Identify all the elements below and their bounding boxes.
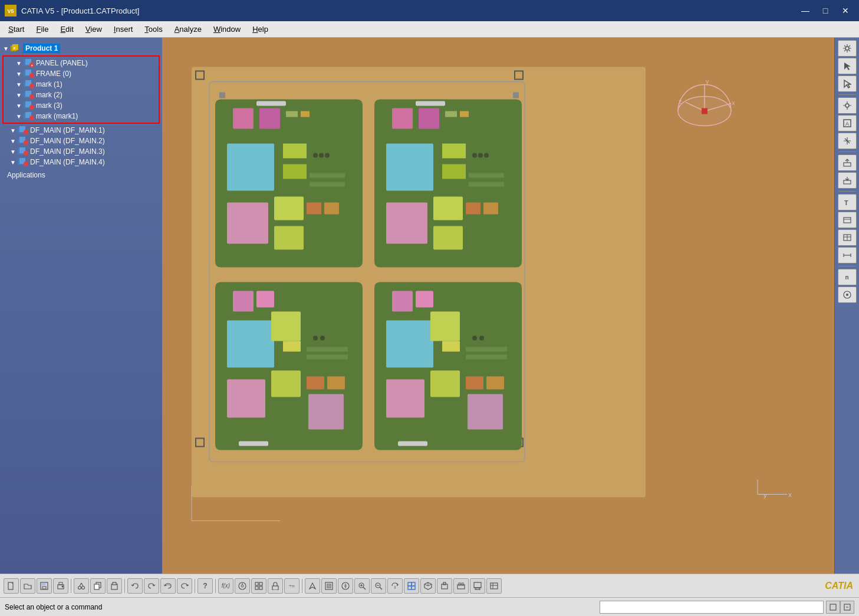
- grid-btn[interactable]: [251, 578, 266, 594]
- extra-btn[interactable]: n: [838, 269, 857, 285]
- expand-mark2-icon: ▼: [15, 91, 22, 98]
- import-btn[interactable]: [838, 154, 857, 171]
- menu-help[interactable]: Help: [246, 22, 274, 36]
- svg-rect-109: [398, 442, 427, 446]
- table-btn[interactable]: [838, 229, 857, 246]
- svg-rect-107: [466, 347, 507, 352]
- cursor2-btn[interactable]: [838, 75, 857, 92]
- cut-btn[interactable]: [74, 578, 89, 594]
- zoom-in-btn[interactable]: [354, 578, 370, 594]
- svg-rect-165: [255, 587, 258, 589]
- menu-analyze[interactable]: Analyze: [169, 22, 208, 36]
- minimize-button[interactable]: —: [797, 4, 814, 18]
- lock-btn[interactable]: [268, 578, 283, 594]
- svg-rect-63: [307, 203, 321, 215]
- svg-point-76: [478, 153, 483, 158]
- menu-view[interactable]: View: [80, 22, 108, 36]
- svg-point-128: [845, 47, 849, 50]
- dimension-btn[interactable]: [838, 247, 857, 263]
- svg-rect-48: [259, 108, 280, 129]
- svg-rect-70: [442, 144, 466, 159]
- settings2-btn[interactable]: [838, 97, 857, 114]
- svg-rect-49: [286, 111, 298, 117]
- tree-root[interactable]: ▼ P Product 1: [0, 42, 162, 54]
- fly-btn[interactable]: [305, 578, 320, 594]
- measure-btn[interactable]: [235, 578, 250, 594]
- text-btn[interactable]: T: [838, 194, 857, 210]
- open-btn[interactable]: [20, 578, 35, 594]
- status-btn1[interactable]: [826, 601, 840, 614]
- svg-text:T: T: [844, 199, 848, 206]
- annotation-btn[interactable]: A: [838, 115, 857, 131]
- menu-tools[interactable]: Tools: [139, 22, 168, 36]
- svg-rect-92: [307, 347, 348, 352]
- svg-rect-85: [227, 380, 265, 418]
- zoom-out-btn[interactable]: [371, 578, 386, 594]
- cube-btn[interactable]: [420, 578, 436, 594]
- undo-btn[interactable]: [127, 578, 143, 594]
- menu-edit[interactable]: Edit: [54, 22, 79, 36]
- tree-dfmain1[interactable]: ▼ DF_MAIN (DF_MAIN.1): [0, 125, 162, 136]
- undo2-btn[interactable]: [160, 578, 176, 594]
- transform-btn[interactable]: [838, 133, 857, 149]
- rotate-btn[interactable]: [387, 578, 403, 594]
- tree-applications[interactable]: Applications: [0, 170, 162, 180]
- new-btn[interactable]: [4, 578, 19, 594]
- status-btn2[interactable]: [840, 601, 854, 614]
- center-btn[interactable]: [321, 578, 337, 594]
- part-btn[interactable]: [437, 578, 452, 594]
- multi-btn[interactable]: [404, 578, 419, 594]
- expand-markmk1-icon: ▼: [15, 113, 22, 120]
- status-text: Select an object or a command: [5, 603, 600, 611]
- svg-rect-182: [408, 586, 412, 589]
- tree-dfmain2[interactable]: ▼ DF_MAIN (DF_MAIN.2): [0, 136, 162, 146]
- tree-dfmain4[interactable]: ▼ DF_MAIN (DF_MAIN.4): [0, 157, 162, 167]
- menu-start[interactable]: Start: [2, 22, 30, 36]
- save-btn[interactable]: [37, 578, 52, 594]
- menu-insert[interactable]: Insert: [108, 22, 139, 36]
- svg-rect-60: [310, 173, 345, 178]
- svg-rect-192: [474, 582, 481, 588]
- close-button[interactable]: ✕: [837, 4, 854, 18]
- svg-rect-52: [283, 144, 307, 159]
- svg-rect-101: [430, 312, 460, 341]
- compass-btn[interactable]: [338, 578, 353, 594]
- frame-icon: [24, 70, 34, 78]
- workbench-btn[interactable]: [453, 578, 469, 594]
- settings-btn[interactable]: [838, 40, 857, 57]
- redo-btn[interactable]: [144, 578, 159, 594]
- calc-btn[interactable]: ÷=: [284, 578, 300, 594]
- tree-dfmain3[interactable]: ▼ DF_MAIN (DF_MAIN.3): [0, 146, 162, 157]
- cursor-btn[interactable]: [838, 58, 857, 74]
- tree-frame[interactable]: ▼ FRAME (0): [4, 68, 159, 79]
- tree-mark1[interactable]: ▼ mark (1): [4, 79, 159, 90]
- svg-rect-111: [442, 341, 460, 352]
- svg-rect-181: [412, 582, 415, 586]
- svg-point-14: [29, 84, 34, 88]
- menu-file[interactable]: File: [30, 22, 54, 36]
- export-btn[interactable]: [838, 172, 857, 189]
- extra-btn2[interactable]: [838, 286, 857, 303]
- tree-panel[interactable]: ▼ ✦ PANEL (PANEL): [4, 58, 159, 68]
- svg-line-155: [81, 583, 83, 587]
- copy-btn[interactable]: [90, 578, 106, 594]
- tree-mark3[interactable]: ▼ mark (3): [4, 100, 159, 111]
- tree-markmk1[interactable]: ▼ mark (mark1): [4, 111, 159, 121]
- help-btn[interactable]: ?: [198, 578, 213, 594]
- print-btn[interactable]: [53, 578, 68, 594]
- tree-mark2[interactable]: ▼ mark (2): [4, 90, 159, 100]
- svg-rect-82: [483, 203, 498, 215]
- svg-point-29: [24, 140, 28, 145]
- paste-btn[interactable]: [107, 578, 122, 594]
- maximize-button[interactable]: □: [817, 4, 834, 18]
- viewport[interactable]: y z x y x: [162, 38, 834, 574]
- redo2-btn[interactable]: [177, 578, 192, 594]
- catalog-btn[interactable]: [486, 578, 502, 594]
- status-input[interactable]: [600, 601, 824, 614]
- svg-rect-112: [468, 394, 503, 430]
- frame-btn[interactable]: [838, 212, 857, 228]
- render-btn[interactable]: [470, 578, 485, 594]
- fx-btn[interactable]: f(x): [218, 578, 233, 594]
- menu-window[interactable]: Window: [208, 22, 246, 36]
- svg-point-105: [472, 336, 477, 341]
